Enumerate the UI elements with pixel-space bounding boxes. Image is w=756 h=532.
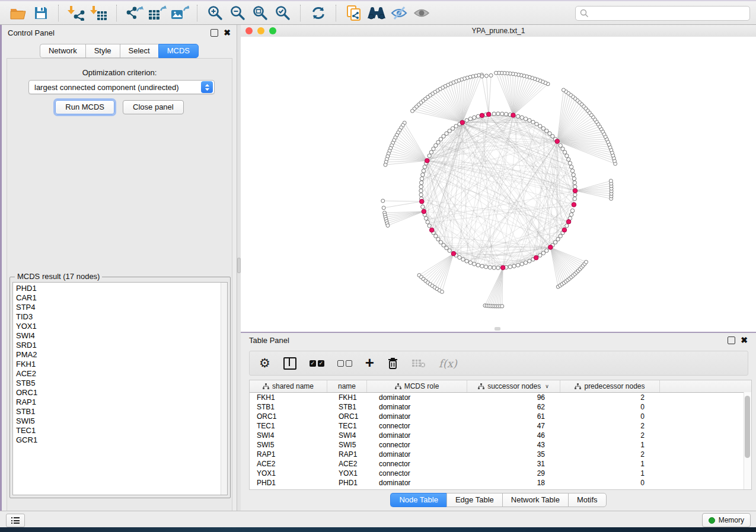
hide-selected-eye-icon[interactable]	[388, 3, 410, 23]
refresh-icon[interactable]	[307, 3, 330, 23]
table-row[interactable]: RAP1RAP1dominator352	[250, 450, 751, 459]
column-header-name[interactable]: name	[327, 380, 367, 392]
table-row[interactable]: TEC1TEC1connector472	[250, 421, 751, 431]
mcds-result-item[interactable]: PMA2	[16, 350, 227, 360]
add-column-icon[interactable]: +	[365, 358, 374, 368]
network-scroll-grip[interactable]	[495, 327, 500, 331]
tab-node-table[interactable]: Node Table	[390, 493, 446, 507]
zoom-out-icon[interactable]	[227, 3, 249, 23]
table-scrollbar[interactable]	[744, 392, 751, 489]
mcds-result-item[interactable]: SWI5	[16, 416, 227, 426]
window-zoom-light[interactable]	[269, 27, 276, 34]
mcds-result-groupbox: MCDS result (17 nodes) PHD1CAR1STP4TID3Y…	[9, 277, 231, 498]
import-table-icon[interactable]	[88, 3, 110, 23]
attribute-tree-icon	[575, 383, 581, 389]
table-row[interactable]: SWI5SWI5connector431	[250, 440, 751, 450]
import-network-icon[interactable]	[65, 3, 88, 23]
table-cell: 35	[467, 450, 560, 459]
tab-select[interactable]: Select	[120, 44, 158, 58]
show-all-eye-icon[interactable]	[410, 3, 433, 23]
delete-column-trash-icon[interactable]	[387, 357, 398, 370]
table-panel: Table Panel ✖ ⚙ ✓✓ + f(x) shared namenam…	[241, 333, 756, 511]
table-row[interactable]: YOX1YOX1connector291	[250, 469, 751, 478]
mcds-result-item[interactable]: STB1	[16, 407, 227, 416]
table-cell: ACE2	[250, 460, 327, 468]
show-columns-icon[interactable]	[283, 357, 296, 370]
table-row[interactable]: ACE2ACE2connector311	[250, 459, 751, 469]
tab-mcds[interactable]: MCDS	[158, 44, 199, 58]
mcds-result-item[interactable]: GCR1	[16, 435, 227, 445]
tab-motifs[interactable]: Motifs	[568, 493, 607, 507]
column-header-MCDS-role[interactable]: MCDS role	[367, 380, 467, 392]
node-table[interactable]: shared namenameMCDS rolesuccessor nodes∨…	[249, 380, 752, 490]
zoom-selected-icon[interactable]	[272, 3, 294, 23]
tab-network[interactable]: Network	[40, 44, 85, 58]
column-header-shared-name[interactable]: shared name	[250, 380, 327, 392]
table-cell: 46	[467, 431, 560, 440]
search-input[interactable]	[575, 6, 750, 21]
mcds-result-item[interactable]: SWI4	[16, 331, 227, 341]
mcds-result-item[interactable]: TEC1	[16, 426, 227, 435]
close-table-panel-icon[interactable]: ✖	[741, 337, 748, 344]
mcds-result-item[interactable]: ORC1	[16, 388, 227, 398]
mcds-result-item[interactable]: YOX1	[16, 322, 227, 331]
table-cell: 61	[467, 412, 560, 421]
table-row[interactable]: PHD1PHD1dominator180	[250, 478, 751, 488]
mcds-result-item[interactable]: TID3	[16, 312, 227, 322]
network-from-selection-icon[interactable]	[343, 3, 365, 23]
mcds-result-item[interactable]: STB5	[16, 379, 227, 388]
open-folder-icon[interactable]	[7, 3, 30, 23]
mcds-result-item[interactable]: SRD1	[16, 341, 227, 350]
column-header-successor-nodes[interactable]: successor nodes∨	[467, 380, 560, 392]
mcds-result-item[interactable]: RAP1	[16, 398, 227, 407]
mcds-result-item[interactable]: CAR1	[16, 293, 227, 303]
close-panel-button[interactable]: Close panel	[123, 100, 184, 114]
float-table-panel-icon[interactable]	[728, 336, 735, 344]
mcds-result-item[interactable]: ACE2	[16, 369, 227, 379]
selected-criterion: largest connected component (undirected)	[29, 83, 201, 92]
table-cell: dominator	[367, 412, 467, 421]
export-network-icon[interactable]	[123, 3, 146, 23]
zoom-fit-icon[interactable]	[249, 3, 272, 23]
export-image-icon[interactable]	[168, 3, 191, 23]
table-row[interactable]: ORC1ORC1dominator610	[250, 412, 751, 421]
close-panel-icon[interactable]: ✖	[224, 30, 231, 36]
mcds-result-item[interactable]: PHD1	[16, 284, 227, 293]
desktop-wallpaper	[0, 527, 756, 532]
table-row[interactable]: SWI4SWI4dominator462	[250, 431, 751, 440]
column-header-predecessor-nodes[interactable]: predecessor nodes	[560, 380, 660, 392]
toolbar-separator	[300, 5, 301, 21]
mcds-list-scrollbar[interactable]	[221, 283, 227, 495]
network-window-titlebar[interactable]: YPA_prune.txt_1	[241, 25, 756, 37]
network-canvas[interactable]	[241, 37, 756, 332]
first-neighbors-icon[interactable]	[365, 3, 388, 23]
run-mcds-button[interactable]: Run MCDS	[55, 100, 114, 114]
save-icon[interactable]	[30, 3, 52, 23]
mcds-result-list[interactable]: PHD1CAR1STP4TID3YOX1SWI4SRD1PMA2FKH1ACE2…	[12, 282, 228, 495]
tab-style[interactable]: Style	[85, 44, 120, 58]
table-cell: PHD1	[250, 479, 327, 487]
table-scrollbar-thumb[interactable]	[745, 396, 750, 458]
optimization-criterion-select[interactable]: largest connected component (undirected)	[28, 80, 215, 94]
window-minimize-light[interactable]	[257, 27, 264, 34]
select-all-icon[interactable]: ✓✓	[310, 360, 324, 367]
window-close-light[interactable]	[245, 27, 253, 34]
memory-status-dot	[709, 517, 715, 524]
export-table-icon[interactable]	[146, 3, 168, 23]
table-cell: 1	[560, 469, 660, 477]
tab-network-table[interactable]: Network Table	[502, 493, 568, 507]
mcds-result-item[interactable]: FKH1	[16, 360, 227, 369]
mcds-result-item[interactable]: STP4	[16, 303, 227, 312]
deselect-all-icon[interactable]	[337, 360, 352, 367]
status-bar: Memory	[0, 511, 756, 527]
task-history-button[interactable]	[6, 514, 25, 527]
zoom-in-icon[interactable]	[204, 3, 227, 23]
float-panel-icon[interactable]	[210, 29, 218, 37]
table-options-gear-icon[interactable]: ⚙	[259, 357, 270, 369]
table-cell: TEC1	[327, 422, 367, 430]
table-row[interactable]: FKH1FKH1dominator962	[250, 393, 751, 402]
memory-button[interactable]: Memory	[702, 513, 751, 527]
tab-edge-table[interactable]: Edge Table	[446, 493, 502, 507]
table-row[interactable]: STB1STB1dominator620	[250, 402, 751, 412]
table-cell: connector	[367, 469, 467, 477]
